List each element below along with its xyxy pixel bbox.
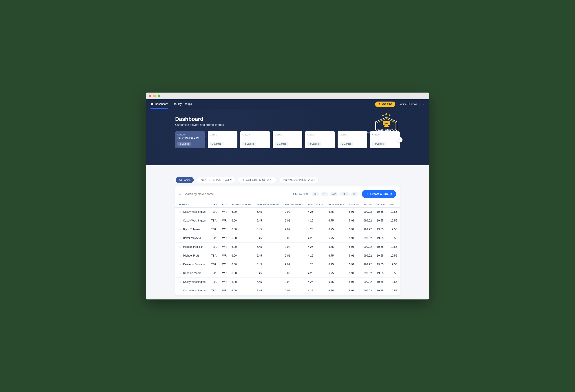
- nav-dashboard[interactable]: Dashboard: [150, 100, 168, 109]
- slate-next-button[interactable]: [397, 137, 403, 143]
- window: Dashboard My Lineups GO PRO Janice Thoma…: [146, 93, 429, 299]
- pos-chip[interactable]: QB: [312, 192, 319, 196]
- star-icon[interactable]: ☆: [179, 237, 181, 240]
- player-atd-odds: 6.00: [229, 278, 255, 286]
- column-header[interactable]: 2+ PASSING TD ODDS: [255, 201, 283, 208]
- player-atd-odds: 6.00: [229, 286, 255, 292]
- slate-card[interactable]: ClassicFri 7/19–Fri 7/213 Games: [273, 131, 303, 148]
- slate-card[interactable]: ClassicFri 7/19–Fri 7/213 Games: [240, 131, 270, 148]
- game-filter-pill[interactable]: Thu 7/21, 5:00 PM (MI vs CO): [279, 177, 319, 183]
- column-header[interactable]: ANYTIME TD PTS: [283, 201, 306, 208]
- column-header[interactable]: RUSH YD: [347, 201, 361, 208]
- page-title: Dashboard: [175, 116, 400, 122]
- player-pos: WR: [220, 216, 229, 225]
- star-icon[interactable]: ☆: [179, 289, 181, 291]
- table-row[interactable]: ☆Michael Penix Jr. TBA WR 6.00 5.45 9.02…: [175, 243, 400, 251]
- player-rush: 5.91: [347, 243, 361, 251]
- slate-card-date: Fri 7/19–Fri 7/21: [372, 136, 398, 140]
- navbar: Dashboard My Lineups GO PRO Janice Thoma…: [146, 99, 429, 109]
- player-ptd-odds: 5.45: [255, 216, 283, 225]
- star-icon[interactable]: ☆: [179, 210, 181, 213]
- slate-card-label: Classic: [275, 133, 300, 136]
- chevron-right-icon: [399, 139, 401, 141]
- player-team: TBA: [209, 251, 220, 260]
- sort-arrow-icon: ↓: [188, 203, 189, 206]
- player-pyd-pts: 6.75: [326, 243, 347, 251]
- player-pos: WR: [220, 251, 229, 260]
- search-input[interactable]: [184, 192, 233, 196]
- nav-my-lineups[interactable]: My Lineups: [174, 100, 192, 109]
- table-row[interactable]: ☆Rondale Moore TBA WR 6.00 5.45 9.02 4.2…: [175, 269, 400, 278]
- player-pyd-pts: 6.75: [326, 234, 347, 243]
- table-row[interactable]: ☆Casey Washington TBA WR 6.00 5.45 9.02 …: [175, 278, 400, 286]
- player-name: Casey Washington: [183, 280, 206, 284]
- player-pts: 19.55: [388, 278, 400, 286]
- table-row[interactable]: ☆Casey Washington TBA WR 6.00 5.45 9.02 …: [175, 208, 400, 216]
- pos-filter: Filter by POS: QBRBWRFLEXTE: [293, 193, 358, 196]
- player-rush: 5.91: [347, 278, 361, 286]
- pos-chip[interactable]: TE: [351, 192, 358, 196]
- slate-card[interactable]: ClassicFri 7/19–Fri 7/213 Games: [370, 131, 400, 148]
- pos-chip[interactable]: WR: [330, 192, 338, 196]
- slate-card-games: 3 Games: [307, 142, 321, 146]
- column-header[interactable]: PASS TDS PTS: [306, 201, 326, 208]
- panel-top: Filter by POS: QBRBWRFLEXTE Create a Lin…: [175, 190, 400, 201]
- star-icon[interactable]: ☆: [179, 271, 181, 275]
- player-rush: 5.91: [347, 286, 361, 292]
- pos-chip[interactable]: RB: [321, 192, 328, 196]
- player-pts: 19.55: [388, 251, 400, 260]
- player-ptd-odds: 5.45: [255, 251, 283, 260]
- player-ptd-odds: 5.45: [255, 243, 283, 251]
- slate-card-games: 3 Games: [340, 142, 354, 146]
- slate-card[interactable]: ClassicFri 7/19–Fri 7/213 Games: [337, 131, 367, 148]
- player-atd-odds: 6.00: [229, 260, 255, 269]
- create-lineup-label: Create a Lineup: [370, 192, 392, 196]
- table-row[interactable]: ☆Casey Washington TBA WR 6.00 5.45 9.02 …: [175, 286, 400, 292]
- player-pts: 19.55: [388, 208, 400, 216]
- players-table: PLAYER↓TEAMPOSANYTIME TD ODDS2+ PASSING …: [175, 201, 400, 291]
- create-lineup-button[interactable]: Create a Lineup: [362, 190, 396, 198]
- column-header[interactable]: PTS: [388, 201, 400, 208]
- column-header[interactable]: POS: [220, 201, 229, 208]
- close-window-icon[interactable]: [149, 95, 151, 97]
- star-icon[interactable]: ☆: [179, 245, 181, 248]
- maximize-window-icon[interactable]: [158, 95, 160, 97]
- star-icon[interactable]: ☆: [179, 280, 181, 284]
- table-row[interactable]: ☆Kameron Johnson TBA WR 6.00 5.45 9.02 4…: [175, 260, 400, 269]
- table-row[interactable]: ☆Michael Pratt TBA WR 6.00 5.45 9.02 4.2…: [175, 251, 400, 260]
- slate-card-label: Classic: [210, 133, 235, 136]
- star-icon[interactable]: ☆: [179, 228, 181, 231]
- column-header[interactable]: ANYTIME TD ODDS: [229, 201, 255, 208]
- slate-card[interactable]: ClassicFri 7/19–Fri 7/213 Games: [305, 131, 335, 148]
- column-header[interactable]: PASS YDS PTS: [326, 201, 347, 208]
- star-icon[interactable]: ☆: [179, 219, 181, 222]
- column-header[interactable]: RECEPT: [375, 201, 388, 208]
- trophy-icon: [378, 103, 381, 106]
- star-icon[interactable]: ☆: [179, 263, 181, 266]
- table-row[interactable]: ☆Bijan Robinson TBA WR 6.00 5.45 9.02 4.…: [175, 225, 400, 234]
- player-team: TBA: [209, 225, 220, 234]
- pos-chip[interactable]: FLEX: [339, 192, 350, 196]
- star-icon[interactable]: ☆: [179, 254, 181, 257]
- player-name: Casey Washington: [183, 210, 206, 213]
- game-filter-pill[interactable]: All Games: [176, 177, 194, 183]
- column-header[interactable]: REC YD: [361, 201, 375, 208]
- slate-card[interactable]: ClassicFri 7/19–Fri 7/213 Games: [175, 131, 205, 148]
- player-team: TBA: [209, 216, 220, 225]
- table-wrap[interactable]: PLAYER↓TEAMPOSANYTIME TD ODDS2+ PASSING …: [175, 201, 400, 291]
- slate-card[interactable]: ClassicFri 7/19–Fri 7/213 Games: [208, 131, 238, 148]
- game-filter-pill[interactable]: Thu 7/20, 3:00 PM (CL vs AT): [238, 177, 277, 183]
- minimize-window-icon[interactable]: [153, 95, 156, 97]
- table-row[interactable]: ☆Baker Mayfield TBA WR 6.00 5.45 9.02 4.…: [175, 234, 400, 243]
- game-filter-pill[interactable]: Thu 7/19, 1:00 PM (TB vs LA): [196, 177, 236, 183]
- slate-card-games: 3 Games: [275, 142, 289, 146]
- player-rush: 5.91: [347, 216, 361, 225]
- player-ptd-odds: 5.45: [255, 234, 283, 243]
- column-header[interactable]: PLAYER↓: [175, 201, 209, 208]
- player-pts: 19.55: [388, 225, 400, 234]
- user-menu[interactable]: Janice Thomas |: [399, 103, 425, 106]
- table-row[interactable]: ☆Casey Washington TBA WR 6.00 5.45 9.02 …: [175, 216, 400, 225]
- go-pro-button[interactable]: GO PRO: [375, 101, 395, 107]
- column-header[interactable]: TEAM: [209, 201, 220, 208]
- plus-icon: [366, 193, 369, 196]
